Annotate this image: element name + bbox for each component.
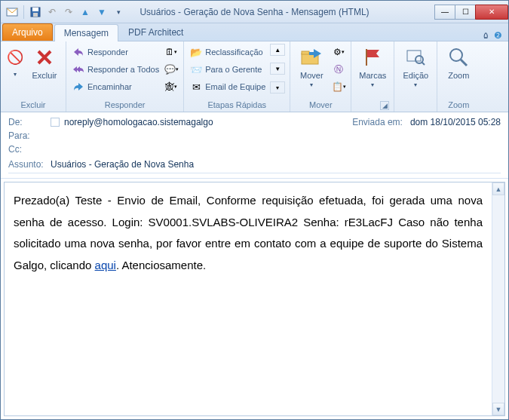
flag-icon xyxy=(360,45,385,69)
svg-rect-5 xyxy=(302,51,309,54)
ribbon-tabs: Arquivo Mensagem PDF Architect ۵ ❷ xyxy=(1,23,508,41)
reply-all-icon xyxy=(72,63,84,75)
reply-icon xyxy=(72,46,84,58)
move-folder-icon xyxy=(299,45,323,69)
subject-label: Assunto: xyxy=(8,159,46,170)
scroll-down-button[interactable]: ▼ xyxy=(492,403,504,415)
quick-step-reclass[interactable]: 📂 Reclassificação xyxy=(189,44,267,60)
svg-rect-6 xyxy=(366,49,367,66)
maximize-button[interactable]: ☐ xyxy=(455,5,476,20)
junk-split-button[interactable]: 🚫 ▾ xyxy=(5,44,25,79)
group-respond: Responder Responder a Todos Encaminhar xyxy=(66,41,184,112)
ribbon: 🚫 ▾ Excluir Excluir xyxy=(1,41,508,112)
undo-icon[interactable]: ↶ xyxy=(45,5,59,19)
app-icon[interactable] xyxy=(5,5,19,19)
delete-icon xyxy=(32,45,57,69)
close-button[interactable]: ✕ xyxy=(475,5,508,20)
delete-button[interactable]: Excluir xyxy=(28,44,61,81)
tags-button[interactable]: Marcas ▾ xyxy=(356,44,389,90)
body-link-aqui[interactable]: aqui xyxy=(95,259,116,271)
to-label: Para: xyxy=(8,130,46,141)
svg-line-9 xyxy=(422,62,425,65)
group-zoom: Zoom Zoom xyxy=(437,41,480,112)
cc-label: Cc: xyxy=(8,144,46,155)
help-icon[interactable]: ❷ xyxy=(494,30,502,41)
from-checkbox[interactable] xyxy=(51,118,60,127)
svg-point-10 xyxy=(450,49,462,61)
group-move: Mover ▾ ⚙▾ Ⓝ 📋▾ Mover xyxy=(290,41,351,112)
message-body-container: Prezado(a) Teste - Envio de Email, Confo… xyxy=(4,182,505,416)
group-label-tags: ◢ xyxy=(356,108,389,112)
group-quick-steps: 📂 Reclassificação 📨 Para o Gerente ✉ Ema… xyxy=(184,41,290,112)
title-bar: ↶ ↷ ▲ ▼ ▾ Usuários - Geração de Nova Sen… xyxy=(1,1,508,23)
group-tags: Marcas ▾ ◢ xyxy=(351,41,394,112)
forward-icon xyxy=(72,81,84,93)
junk-icon: 🚫 xyxy=(3,45,27,69)
quick-access-toolbar: ↶ ↷ ▲ ▼ ▾ xyxy=(1,5,130,19)
move-button[interactable]: Mover ▾ xyxy=(295,44,328,90)
group-label-zoom: Zoom xyxy=(442,99,475,112)
reply-button[interactable]: Responder xyxy=(71,44,161,60)
editing-button[interactable]: Edição ▾ xyxy=(399,44,432,90)
team-email-icon: ✉ xyxy=(190,81,202,93)
im-reply-icon[interactable]: 💬▾ xyxy=(164,61,179,78)
scroll-up-button[interactable]: ▲ xyxy=(492,182,504,195)
from-label: De: xyxy=(8,117,46,127)
meeting-reply-icon[interactable]: 🗓▾ xyxy=(164,44,179,60)
forward-manager-icon: 📨 xyxy=(190,63,202,75)
message-body[interactable]: Prezado(a) Teste - Envio de Email, Confo… xyxy=(5,182,492,415)
group-delete: 🚫 ▾ Excluir Excluir xyxy=(1,41,66,112)
subject-value: Usuários - Geração de Nova Senha xyxy=(51,159,194,170)
save-icon[interactable] xyxy=(29,5,42,19)
window-controls: — ☐ ✕ xyxy=(435,5,508,20)
forward-button[interactable]: Encaminhar xyxy=(71,78,161,95)
svg-line-11 xyxy=(461,60,467,66)
svg-rect-2 xyxy=(32,8,38,11)
rules-icon[interactable]: ⚙▾ xyxy=(331,44,346,60)
from-value: noreply@homologacao.sistemagalgo xyxy=(64,117,213,127)
qat-customize-icon[interactable]: ▾ xyxy=(112,5,125,19)
more-respond-icon[interactable]: 🕸▾ xyxy=(164,78,179,95)
body-part-2: . Atenciosamente. xyxy=(116,259,206,271)
zoom-button[interactable]: Zoom xyxy=(442,44,475,81)
message-headers: De: noreply@homologacao.sistemagalgo Env… xyxy=(1,112,508,179)
onenote-icon[interactable]: Ⓝ xyxy=(331,61,346,78)
tags-dialog-launcher[interactable]: ◢ xyxy=(380,101,389,110)
sent-label: Enviada em: xyxy=(352,117,403,127)
group-label-respond: Responder xyxy=(71,99,179,112)
tab-message[interactable]: Mensagem xyxy=(54,24,118,41)
sent-value: dom 18/10/2015 05:28 xyxy=(410,117,501,127)
group-label-move: Mover xyxy=(295,99,346,112)
reply-all-button[interactable]: Responder a Todos xyxy=(71,61,161,78)
actions-icon[interactable]: 📋▾ xyxy=(331,78,346,95)
tab-pdf-architect[interactable]: PDF Architect xyxy=(118,23,193,41)
quick-steps-more-icon[interactable]: ▾ xyxy=(270,81,285,94)
outlook-message-window: ↶ ↷ ▲ ▼ ▾ Usuários - Geração de Nova Sen… xyxy=(0,0,509,420)
zoom-icon xyxy=(446,45,471,69)
quick-step-manager[interactable]: 📨 Para o Gerente xyxy=(189,61,267,78)
svg-rect-3 xyxy=(33,13,38,17)
redo-icon[interactable]: ↷ xyxy=(62,5,75,19)
group-label-editing xyxy=(399,108,432,112)
tab-file[interactable]: Arquivo xyxy=(2,23,53,41)
group-editing: Edição ▾ xyxy=(394,41,437,112)
body-part-1: Prezado(a) Teste - Envio de Email, Confo… xyxy=(14,194,483,271)
minimize-button[interactable]: — xyxy=(434,5,455,20)
previous-item-icon[interactable]: ▲ xyxy=(78,5,92,19)
group-label-delete: Excluir xyxy=(5,99,61,112)
scroll-track[interactable] xyxy=(492,195,504,403)
quick-steps-up-icon[interactable]: ▲ xyxy=(270,44,285,56)
folder-move-icon: 📂 xyxy=(190,46,202,58)
quick-steps-down-icon[interactable]: ▼ xyxy=(270,63,285,75)
quick-step-team[interactable]: ✉ Email de Equipe xyxy=(189,78,267,95)
group-label-quick-steps: Etapas Rápidas xyxy=(189,99,285,112)
minimize-ribbon-icon[interactable]: ۵ xyxy=(483,30,488,41)
next-item-icon[interactable]: ▼ xyxy=(95,5,109,19)
vertical-scrollbar: ▲ ▼ xyxy=(492,182,504,415)
find-icon xyxy=(403,45,428,69)
